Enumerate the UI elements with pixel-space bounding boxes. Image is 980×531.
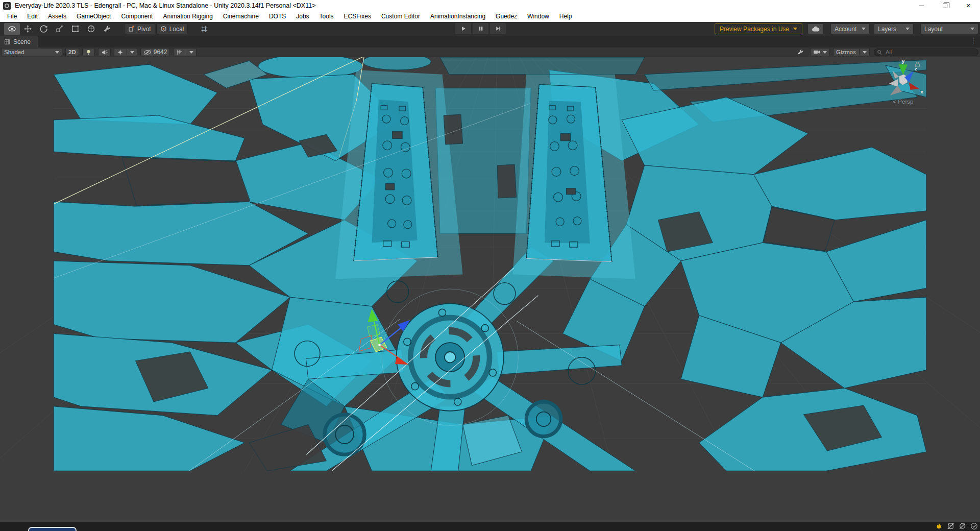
menu-file[interactable]: File <box>2 11 22 22</box>
menu-edit[interactable]: Edit <box>22 11 43 22</box>
auto-refresh-disabled-icon[interactable] <box>959 522 966 530</box>
menu-animationinstancing[interactable]: AnimationInstancing <box>425 11 491 22</box>
pivot-icon <box>128 26 135 32</box>
pane-menu-icon[interactable]: ⋮ <box>971 37 977 44</box>
menu-gameobject[interactable]: GameObject <box>71 11 116 22</box>
camera-icon <box>813 49 821 55</box>
cloud-services-button[interactable] <box>807 23 824 34</box>
chevron-down-icon <box>862 28 866 30</box>
move-tool-button[interactable] <box>20 23 36 35</box>
scene-viewport-canvas[interactable]: y z x < Persp <box>0 57 980 522</box>
transform-tool-button[interactable] <box>83 23 99 35</box>
preview-packages-dropdown[interactable]: Preview Packages in Use <box>715 23 802 34</box>
unity-editor-window: Everyday-Life 2020.3 TLS - Edengrall - P… <box>0 0 980 531</box>
custom-tool-button[interactable] <box>99 23 115 35</box>
chevron-down-icon <box>793 28 797 30</box>
layers-label: Layers <box>878 26 896 33</box>
local-icon <box>160 26 167 32</box>
window-title: Everyday-Life 2020.3 TLS - Edengrall - P… <box>15 2 315 9</box>
menu-help[interactable]: Help <box>554 11 577 22</box>
bake-activity-flame-icon[interactable] <box>935 522 943 530</box>
grid-snap-group <box>196 23 212 35</box>
axis-z-label[interactable]: z <box>915 66 917 71</box>
rotate-tool-button[interactable] <box>36 23 52 35</box>
main-toolbar: Pivot Local Preview Packages in Use <box>0 22 980 36</box>
grid-snap-icon[interactable] <box>196 23 212 35</box>
pivot-toggle-button[interactable]: Pivot <box>124 23 155 34</box>
menu-cinemachine[interactable]: Cinemachine <box>218 11 264 22</box>
scale-tool-button[interactable] <box>52 23 67 35</box>
unity-app-icon <box>3 2 11 10</box>
chevron-down-icon <box>189 51 193 54</box>
draw-mode-dropdown[interactable]: Shaded <box>1 48 62 56</box>
close-icon[interactable]: ✕ <box>957 0 980 11</box>
component-tools-button[interactable] <box>794 48 807 56</box>
cloud-icon <box>812 26 820 32</box>
layers-dropdown[interactable]: Layers <box>874 23 914 34</box>
play-button[interactable] <box>455 23 471 34</box>
handle-settings: Pivot Local <box>124 23 188 34</box>
hidden-object-count: 9642 <box>154 49 167 56</box>
pivot-label: Pivot <box>137 26 151 33</box>
menu-tools[interactable]: Tools <box>314 11 339 22</box>
rect-tool-button[interactable] <box>67 23 83 35</box>
eye-hidden-icon <box>143 49 152 56</box>
scene-visibility-button[interactable]: 9642 <box>140 48 170 56</box>
scene-tab[interactable]: Scene <box>0 36 38 47</box>
menu-bar: File Edit Assets GameObject Component An… <box>0 11 980 22</box>
scene-search-box[interactable] <box>874 49 978 56</box>
menu-assets[interactable]: Assets <box>43 11 71 22</box>
axis-y-label[interactable]: y <box>902 58 905 64</box>
effects-icon <box>117 49 124 56</box>
scene-view-toolbar: Shaded 2D 9642 Gizmos <box>0 47 980 57</box>
layout-dropdown[interactable]: Layout <box>920 23 978 34</box>
chevron-down-icon <box>130 51 134 54</box>
chevron-down-icon <box>863 51 867 54</box>
2d-toggle-button[interactable]: 2D <box>65 48 79 56</box>
axis-x-label[interactable]: x <box>920 89 923 94</box>
audio-toggle-button[interactable] <box>98 48 111 56</box>
minimize-icon[interactable] <box>910 0 933 11</box>
dock-tab-bar: Scene ⋮ <box>0 36 980 47</box>
menu-window[interactable]: Window <box>522 11 554 22</box>
pause-button[interactable] <box>473 23 488 34</box>
scene-viewport[interactable]: y z x < Persp <box>0 57 980 522</box>
scene-toolbar-right: Gizmos <box>794 48 978 56</box>
cache-server-disabled-icon[interactable] <box>947 522 954 530</box>
menu-dots[interactable]: DOTS <box>264 11 291 22</box>
preview-packages-label: Preview Packages in Use <box>720 26 789 33</box>
background-task-popup[interactable] <box>28 527 77 531</box>
gizmos-dropdown[interactable]: Gizmos <box>833 48 870 56</box>
menu-animation-rigging[interactable]: Animation Rigging <box>158 11 217 22</box>
scene-search-input[interactable] <box>885 49 971 56</box>
progress-check-icon[interactable] <box>970 522 978 530</box>
toolbar-right-cluster: Preview Packages in Use Account Layers L… <box>715 23 978 34</box>
search-icon <box>877 50 883 55</box>
gizmos-label: Gizmos <box>836 49 856 55</box>
lighting-toggle-button[interactable] <box>82 48 95 56</box>
menu-guedez[interactable]: Guedez <box>491 11 522 22</box>
grid-visibility-dropdown[interactable] <box>173 48 197 56</box>
effects-dropdown[interactable] <box>114 48 137 56</box>
menu-ecsfixes[interactable]: ECSFixes <box>339 11 376 22</box>
step-button[interactable] <box>490 23 506 34</box>
menu-component[interactable]: Component <box>116 11 158 22</box>
wrench-icon <box>797 49 804 56</box>
scene-tab-grid-icon <box>4 39 10 45</box>
restore-icon[interactable] <box>933 0 957 11</box>
chevron-down-icon <box>55 51 59 54</box>
persp-label[interactable]: < Persp <box>893 99 913 105</box>
chevron-down-icon <box>823 51 827 54</box>
chevron-down-icon <box>970 28 974 30</box>
menu-jobs[interactable]: Jobs <box>291 11 314 22</box>
grid-icon <box>176 49 183 56</box>
local-toggle-button[interactable]: Local <box>156 23 188 34</box>
chevron-down-icon <box>905 28 910 30</box>
camera-settings-dropdown[interactable] <box>810 48 830 56</box>
layout-label: Layout <box>924 26 943 33</box>
view-tool-button[interactable] <box>4 23 20 35</box>
playmode-controls <box>455 23 506 34</box>
account-dropdown[interactable]: Account <box>830 23 870 34</box>
title-bar[interactable]: Everyday-Life 2020.3 TLS - Edengrall - P… <box>0 0 980 11</box>
menu-custom-editor[interactable]: Custom Editor <box>376 11 425 22</box>
